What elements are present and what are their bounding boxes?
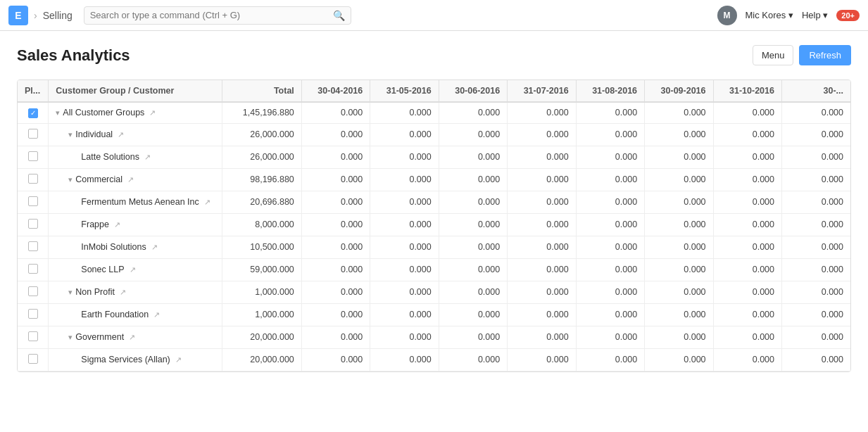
- row-value-d6: 0.000: [645, 303, 713, 326]
- row-value-d4: 0.000: [508, 303, 576, 326]
- row-checkbox[interactable]: [28, 241, 38, 251]
- row-checkbox[interactable]: [28, 219, 38, 229]
- customer-name: All Customer Groups: [63, 108, 144, 117]
- row-value-d5: 0.000: [576, 168, 644, 191]
- row-label-cell: InMobi Solutions↗: [49, 236, 222, 258]
- customer-name: Fermentum Metus Aenean Inc: [81, 197, 199, 207]
- table-row: Frappe↗8,000.0000.0000.0000.0000.0000.00…: [18, 213, 850, 236]
- help-menu[interactable]: Help ▾: [802, 10, 828, 20]
- row-value-d4: 0.000: [508, 258, 576, 281]
- row-checkbox[interactable]: [28, 151, 38, 161]
- external-link-icon[interactable]: ↗: [127, 175, 134, 184]
- row-value-d4: 0.000: [508, 146, 576, 168]
- top-nav: E › Selling 🔍 M Mic Kores ▾ Help ▾ 20+: [0, 0, 868, 31]
- row-value-d8: 0.000: [781, 146, 850, 168]
- row-checkbox[interactable]: [28, 196, 38, 206]
- customer-name: Government: [75, 332, 124, 342]
- expand-icon[interactable]: ▾: [56, 108, 60, 117]
- app-logo[interactable]: E: [8, 6, 28, 25]
- row-checkbox[interactable]: ✓: [28, 108, 38, 118]
- row-value-d5: 0.000: [576, 326, 644, 348]
- table-row: InMobi Solutions↗10,500.0000.0000.0000.0…: [18, 236, 850, 258]
- external-link-icon[interactable]: ↗: [151, 243, 158, 252]
- row-value-d1: 0.000: [301, 146, 370, 168]
- row-label-cell: Sonec LLP↗: [49, 258, 222, 281]
- col-header-d1: 30-04-2016: [301, 80, 370, 102]
- row-value-d5: 0.000: [576, 258, 644, 281]
- row-checkbox[interactable]: [28, 174, 38, 184]
- table-row: ✓▾All Customer Groups↗1,45,196.8800.0000…: [18, 102, 850, 123]
- row-checkbox-cell: [18, 168, 49, 191]
- row-value-d3: 0.000: [439, 258, 507, 281]
- external-link-icon[interactable]: ↗: [118, 130, 124, 139]
- row-value-total: 20,000.000: [222, 326, 301, 348]
- page-content: Sales Analytics Menu Refresh Pl... Custo…: [0, 31, 868, 432]
- row-checkbox[interactable]: [28, 286, 38, 296]
- table-row: Sonec LLP↗59,000.0000.0000.0000.0000.000…: [18, 258, 850, 281]
- row-value-d7: 0.000: [713, 168, 781, 191]
- row-label: Earth Foundation↗: [81, 310, 215, 319]
- row-value-d3: 0.000: [439, 348, 507, 371]
- row-checkbox[interactable]: [28, 309, 38, 319]
- refresh-button[interactable]: Refresh: [799, 45, 851, 65]
- row-value-d3: 0.000: [439, 303, 507, 326]
- row-value-d2: 0.000: [370, 326, 439, 348]
- customer-name: Sigma Services (Allan): [81, 355, 170, 364]
- customer-name: Non Profit: [75, 287, 115, 297]
- row-value-total: 1,000.000: [222, 281, 301, 303]
- row-value-d3: 0.000: [439, 213, 507, 236]
- row-label-cell: Earth Foundation↗: [49, 303, 222, 326]
- row-value-d3: 0.000: [439, 123, 507, 146]
- row-value-d4: 0.000: [508, 191, 576, 213]
- col-header-pl: Pl...: [18, 80, 49, 102]
- row-checkbox[interactable]: [28, 129, 38, 139]
- expand-icon[interactable]: ▾: [68, 333, 73, 342]
- row-value-d7: 0.000: [713, 348, 781, 371]
- row-value-d2: 0.000: [370, 281, 439, 303]
- external-link-icon[interactable]: ↗: [149, 108, 156, 117]
- external-link-icon[interactable]: ↗: [175, 355, 182, 364]
- row-value-d1: 0.000: [301, 258, 370, 281]
- row-value-d2: 0.000: [370, 213, 439, 236]
- row-value-d5: 0.000: [576, 281, 644, 303]
- row-label-cell: Frappe↗: [49, 213, 222, 236]
- row-checkbox-cell: [18, 236, 49, 258]
- row-value-d8: 0.000: [781, 258, 850, 281]
- external-link-icon[interactable]: ↗: [130, 265, 136, 274]
- row-value-total: 98,196.880: [222, 168, 301, 191]
- breadcrumb-chevron: ›: [34, 10, 37, 21]
- table-row: ▾Individual↗26,000.0000.0000.0000.0000.0…: [18, 123, 850, 146]
- external-link-icon[interactable]: ↗: [153, 310, 160, 319]
- row-checkbox[interactable]: [28, 331, 38, 341]
- global-search[interactable]: 🔍: [84, 6, 351, 25]
- row-label: ▾Government↗: [68, 332, 215, 342]
- search-input[interactable]: [90, 10, 333, 20]
- row-label: Sigma Services (Allan)↗: [81, 355, 215, 364]
- notifications-badge[interactable]: 20+: [836, 10, 860, 21]
- table-row: Sigma Services (Allan)↗20,000.0000.0000.…: [18, 348, 850, 371]
- row-checkbox-cell: [18, 123, 49, 146]
- external-link-icon[interactable]: ↗: [120, 288, 126, 297]
- row-checkbox[interactable]: [28, 354, 38, 364]
- row-value-d8: 0.000: [781, 236, 850, 258]
- row-checkbox[interactable]: [28, 264, 38, 274]
- row-value-d8: 0.000: [781, 168, 850, 191]
- external-link-icon[interactable]: ↗: [129, 333, 135, 342]
- menu-button[interactable]: Menu: [753, 45, 794, 65]
- external-link-icon[interactable]: ↗: [144, 153, 151, 162]
- row-label-cell: ▾Individual↗: [49, 123, 222, 146]
- external-link-icon[interactable]: ↗: [114, 220, 120, 229]
- col-header-total: Total: [222, 80, 301, 102]
- row-value-d2: 0.000: [370, 191, 439, 213]
- expand-icon[interactable]: ▾: [68, 288, 73, 297]
- row-label-cell: Fermentum Metus Aenean Inc↗: [49, 191, 222, 213]
- row-value-d5: 0.000: [576, 123, 644, 146]
- row-value-d7: 0.000: [713, 102, 781, 123]
- row-checkbox-cell: [18, 258, 49, 281]
- user-menu[interactable]: Mic Kores ▾: [746, 10, 793, 20]
- expand-icon[interactable]: ▾: [68, 175, 73, 184]
- col-header-d6: 30-09-2016: [645, 80, 713, 102]
- external-link-icon[interactable]: ↗: [204, 198, 210, 207]
- expand-icon[interactable]: ▾: [68, 130, 73, 139]
- row-value-d8: 0.000: [781, 326, 850, 348]
